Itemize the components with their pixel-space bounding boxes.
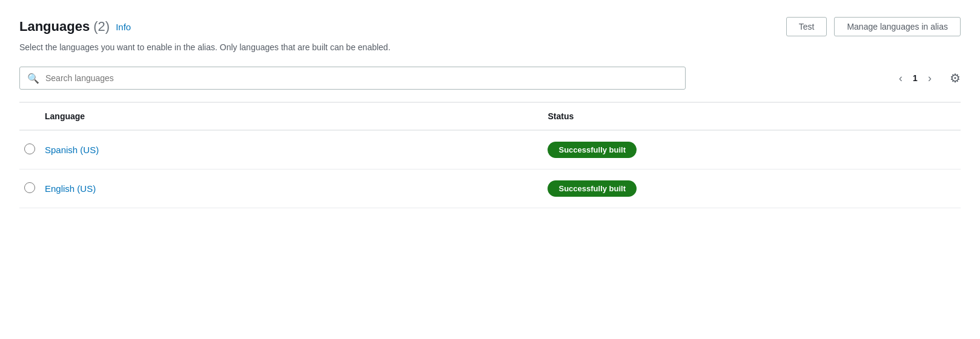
page-title: Languages (2) [19,19,110,35]
settings-icon[interactable]: ⚙ [950,71,961,85]
pagination-controls: ‹ 1 › [895,71,935,85]
status-badge: Successfully built [548,142,637,158]
test-button[interactable]: Test [786,17,827,36]
search-wrapper: 🔍 [19,67,686,90]
header-actions: Test Manage languages in alias [786,17,961,36]
language-link-1[interactable]: English (US) [45,183,96,194]
status-cell: Successfully built [548,170,961,208]
row-select-cell [19,170,45,208]
language-radio-1[interactable] [24,182,35,193]
table-row: Spanish (US)Successfully built [19,130,961,170]
language-count: (2) [93,19,110,34]
row-select-cell [19,130,45,170]
page-number: 1 [910,73,921,83]
table-row: English (US)Successfully built [19,170,961,208]
header-row: Languages (2) Info Test Manage languages… [19,17,961,36]
prev-page-button[interactable]: ‹ [895,71,906,85]
table-header-row: Language Status [19,102,961,130]
subtitle-text: Select the languages you want to enable … [19,42,961,52]
status-badge: Successfully built [548,180,637,197]
col-status-header: Status [548,102,961,130]
language-radio-0[interactable] [24,143,35,154]
language-cell: Spanish (US) [45,130,548,170]
header-left: Languages (2) Info [19,19,131,35]
languages-table: Language Status Spanish (US)Successfully… [19,102,961,208]
status-cell: Successfully built [548,130,961,170]
info-link[interactable]: Info [116,22,131,32]
language-link-0[interactable]: Spanish (US) [45,145,99,155]
col-language-header: Language [45,102,548,130]
next-page-button[interactable]: › [924,71,935,85]
search-input[interactable] [45,73,678,83]
page-container: Languages (2) Info Test Manage languages… [0,0,980,339]
search-icon: 🔍 [27,73,39,84]
col-select [19,102,45,130]
manage-languages-button[interactable]: Manage languages in alias [834,17,961,36]
language-cell: English (US) [45,170,548,208]
search-bar-row: 🔍 ‹ 1 › ⚙ [19,67,961,90]
